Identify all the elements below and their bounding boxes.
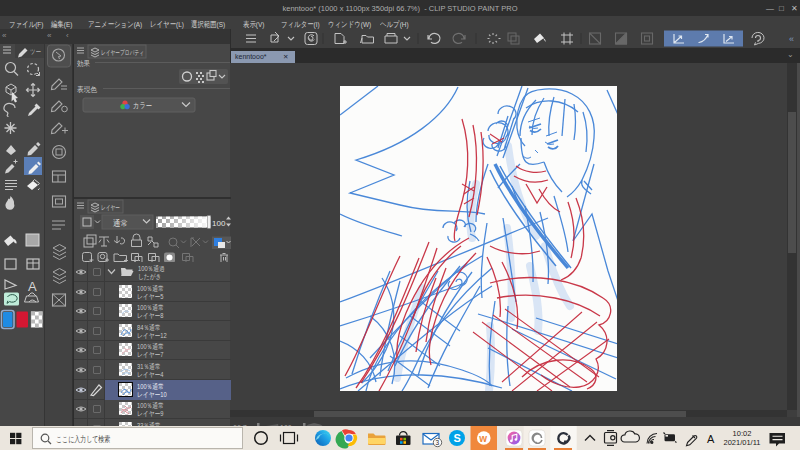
svg-text:w: w [478, 433, 487, 444]
svg-text:S: S [454, 432, 461, 444]
svg-text:A: A [707, 433, 715, 445]
svg-text:A: A [28, 279, 37, 294]
svg-text:3: 3 [436, 439, 440, 446]
svg-text:ツー: ツー [30, 48, 41, 55]
svg-text:レイヤープロパティ: レイヤープロパティ [101, 49, 144, 56]
svg-text:通常: 通常 [113, 218, 128, 228]
svg-text:効果: 効果 [77, 59, 90, 68]
svg-text:表現色: 表現色 [77, 85, 97, 94]
svg-text:カラー: カラー [133, 101, 152, 110]
svg-text:«: « [789, 34, 794, 44]
svg-text:レイヤー: レイヤー [101, 204, 120, 211]
svg-text:100: 100 [212, 219, 226, 228]
